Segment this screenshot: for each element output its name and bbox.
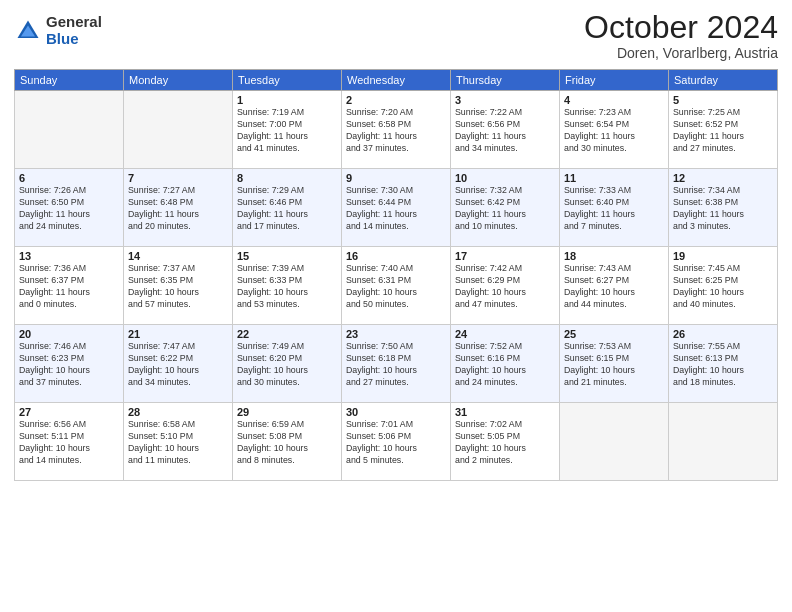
day-number: 15	[237, 250, 337, 262]
day-detail: Sunrise: 7:02 AMSunset: 5:05 PMDaylight:…	[455, 419, 555, 467]
day-cell-1-5: 11Sunrise: 7:33 AMSunset: 6:40 PMDayligh…	[560, 169, 669, 247]
day-detail: Sunrise: 7:47 AMSunset: 6:22 PMDaylight:…	[128, 341, 228, 389]
day-cell-0-6: 5Sunrise: 7:25 AMSunset: 6:52 PMDaylight…	[669, 91, 778, 169]
weekday-header-row: Sunday Monday Tuesday Wednesday Thursday…	[15, 70, 778, 91]
day-cell-3-3: 23Sunrise: 7:50 AMSunset: 6:18 PMDayligh…	[342, 325, 451, 403]
day-number: 31	[455, 406, 555, 418]
day-detail: Sunrise: 7:26 AMSunset: 6:50 PMDaylight:…	[19, 185, 119, 233]
day-cell-2-1: 14Sunrise: 7:37 AMSunset: 6:35 PMDayligh…	[124, 247, 233, 325]
day-number: 1	[237, 94, 337, 106]
day-detail: Sunrise: 7:52 AMSunset: 6:16 PMDaylight:…	[455, 341, 555, 389]
day-number: 9	[346, 172, 446, 184]
logo-blue: Blue	[46, 31, 102, 48]
day-cell-3-4: 24Sunrise: 7:52 AMSunset: 6:16 PMDayligh…	[451, 325, 560, 403]
th-thursday: Thursday	[451, 70, 560, 91]
day-number: 12	[673, 172, 773, 184]
day-detail: Sunrise: 7:49 AMSunset: 6:20 PMDaylight:…	[237, 341, 337, 389]
day-detail: Sunrise: 7:53 AMSunset: 6:15 PMDaylight:…	[564, 341, 664, 389]
logo: General Blue	[14, 14, 102, 47]
day-cell-4-2: 29Sunrise: 6:59 AMSunset: 5:08 PMDayligh…	[233, 403, 342, 481]
day-detail: Sunrise: 6:59 AMSunset: 5:08 PMDaylight:…	[237, 419, 337, 467]
logo-general: General	[46, 14, 102, 31]
day-number: 4	[564, 94, 664, 106]
day-cell-3-1: 21Sunrise: 7:47 AMSunset: 6:22 PMDayligh…	[124, 325, 233, 403]
day-cell-3-2: 22Sunrise: 7:49 AMSunset: 6:20 PMDayligh…	[233, 325, 342, 403]
day-cell-2-4: 17Sunrise: 7:42 AMSunset: 6:29 PMDayligh…	[451, 247, 560, 325]
month-title: October 2024	[584, 10, 778, 45]
day-number: 26	[673, 328, 773, 340]
week-row-3: 13Sunrise: 7:36 AMSunset: 6:37 PMDayligh…	[15, 247, 778, 325]
day-cell-4-4: 31Sunrise: 7:02 AMSunset: 5:05 PMDayligh…	[451, 403, 560, 481]
week-row-2: 6Sunrise: 7:26 AMSunset: 6:50 PMDaylight…	[15, 169, 778, 247]
week-row-5: 27Sunrise: 6:56 AMSunset: 5:11 PMDayligh…	[15, 403, 778, 481]
day-number: 8	[237, 172, 337, 184]
day-detail: Sunrise: 7:36 AMSunset: 6:37 PMDaylight:…	[19, 263, 119, 311]
logo-icon	[14, 17, 42, 45]
day-number: 10	[455, 172, 555, 184]
week-row-1: 1Sunrise: 7:19 AMSunset: 7:00 PMDaylight…	[15, 91, 778, 169]
day-cell-0-5: 4Sunrise: 7:23 AMSunset: 6:54 PMDaylight…	[560, 91, 669, 169]
day-number: 19	[673, 250, 773, 262]
day-detail: Sunrise: 7:42 AMSunset: 6:29 PMDaylight:…	[455, 263, 555, 311]
day-cell-2-3: 16Sunrise: 7:40 AMSunset: 6:31 PMDayligh…	[342, 247, 451, 325]
day-number: 5	[673, 94, 773, 106]
day-number: 11	[564, 172, 664, 184]
th-sunday: Sunday	[15, 70, 124, 91]
day-detail: Sunrise: 7:46 AMSunset: 6:23 PMDaylight:…	[19, 341, 119, 389]
day-detail: Sunrise: 7:29 AMSunset: 6:46 PMDaylight:…	[237, 185, 337, 233]
day-cell-4-6	[669, 403, 778, 481]
day-detail: Sunrise: 7:27 AMSunset: 6:48 PMDaylight:…	[128, 185, 228, 233]
th-tuesday: Tuesday	[233, 70, 342, 91]
th-saturday: Saturday	[669, 70, 778, 91]
day-number: 28	[128, 406, 228, 418]
week-row-4: 20Sunrise: 7:46 AMSunset: 6:23 PMDayligh…	[15, 325, 778, 403]
day-number: 24	[455, 328, 555, 340]
day-detail: Sunrise: 7:23 AMSunset: 6:54 PMDaylight:…	[564, 107, 664, 155]
day-cell-0-4: 3Sunrise: 7:22 AMSunset: 6:56 PMDaylight…	[451, 91, 560, 169]
day-cell-3-5: 25Sunrise: 7:53 AMSunset: 6:15 PMDayligh…	[560, 325, 669, 403]
day-detail: Sunrise: 7:25 AMSunset: 6:52 PMDaylight:…	[673, 107, 773, 155]
day-detail: Sunrise: 7:34 AMSunset: 6:38 PMDaylight:…	[673, 185, 773, 233]
day-number: 22	[237, 328, 337, 340]
day-cell-4-1: 28Sunrise: 6:58 AMSunset: 5:10 PMDayligh…	[124, 403, 233, 481]
day-detail: Sunrise: 7:43 AMSunset: 6:27 PMDaylight:…	[564, 263, 664, 311]
day-number: 20	[19, 328, 119, 340]
day-detail: Sunrise: 7:30 AMSunset: 6:44 PMDaylight:…	[346, 185, 446, 233]
day-detail: Sunrise: 7:45 AMSunset: 6:25 PMDaylight:…	[673, 263, 773, 311]
logo-text: General Blue	[46, 14, 102, 47]
day-number: 17	[455, 250, 555, 262]
day-cell-0-2: 1Sunrise: 7:19 AMSunset: 7:00 PMDaylight…	[233, 91, 342, 169]
day-detail: Sunrise: 7:20 AMSunset: 6:58 PMDaylight:…	[346, 107, 446, 155]
day-cell-4-0: 27Sunrise: 6:56 AMSunset: 5:11 PMDayligh…	[15, 403, 124, 481]
day-cell-2-0: 13Sunrise: 7:36 AMSunset: 6:37 PMDayligh…	[15, 247, 124, 325]
day-cell-1-1: 7Sunrise: 7:27 AMSunset: 6:48 PMDaylight…	[124, 169, 233, 247]
day-detail: Sunrise: 7:33 AMSunset: 6:40 PMDaylight:…	[564, 185, 664, 233]
day-number: 2	[346, 94, 446, 106]
day-number: 6	[19, 172, 119, 184]
day-detail: Sunrise: 7:37 AMSunset: 6:35 PMDaylight:…	[128, 263, 228, 311]
day-cell-1-0: 6Sunrise: 7:26 AMSunset: 6:50 PMDaylight…	[15, 169, 124, 247]
th-friday: Friday	[560, 70, 669, 91]
title-section: October 2024 Doren, Vorarlberg, Austria	[584, 10, 778, 61]
day-detail: Sunrise: 6:58 AMSunset: 5:10 PMDaylight:…	[128, 419, 228, 467]
day-cell-2-5: 18Sunrise: 7:43 AMSunset: 6:27 PMDayligh…	[560, 247, 669, 325]
day-cell-0-3: 2Sunrise: 7:20 AMSunset: 6:58 PMDaylight…	[342, 91, 451, 169]
location-subtitle: Doren, Vorarlberg, Austria	[584, 45, 778, 61]
day-detail: Sunrise: 7:39 AMSunset: 6:33 PMDaylight:…	[237, 263, 337, 311]
header: General Blue October 2024 Doren, Vorarlb…	[14, 10, 778, 61]
day-number: 30	[346, 406, 446, 418]
day-number: 21	[128, 328, 228, 340]
day-cell-0-0	[15, 91, 124, 169]
day-detail: Sunrise: 7:55 AMSunset: 6:13 PMDaylight:…	[673, 341, 773, 389]
day-number: 18	[564, 250, 664, 262]
day-cell-1-3: 9Sunrise: 7:30 AMSunset: 6:44 PMDaylight…	[342, 169, 451, 247]
day-detail: Sunrise: 7:22 AMSunset: 6:56 PMDaylight:…	[455, 107, 555, 155]
page: General Blue October 2024 Doren, Vorarlb…	[0, 0, 792, 612]
th-wednesday: Wednesday	[342, 70, 451, 91]
day-number: 25	[564, 328, 664, 340]
day-cell-0-1	[124, 91, 233, 169]
day-cell-1-2: 8Sunrise: 7:29 AMSunset: 6:46 PMDaylight…	[233, 169, 342, 247]
day-cell-2-6: 19Sunrise: 7:45 AMSunset: 6:25 PMDayligh…	[669, 247, 778, 325]
day-cell-3-6: 26Sunrise: 7:55 AMSunset: 6:13 PMDayligh…	[669, 325, 778, 403]
day-number: 7	[128, 172, 228, 184]
